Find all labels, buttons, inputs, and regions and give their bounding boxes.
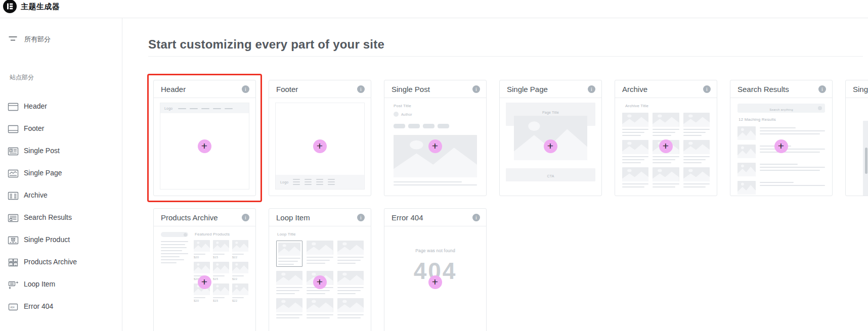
mock-product: $15 (213, 240, 229, 259)
single-product-icon (8, 235, 19, 245)
single-page-icon (8, 169, 19, 178)
image-placeholder (683, 167, 710, 181)
add-part-button[interactable]: + (198, 275, 211, 289)
preview-grid-item (337, 241, 364, 267)
image-placeholder (194, 240, 210, 252)
sidebar-item-footer[interactable]: Footer (0, 118, 122, 140)
template-card-search-results[interactable]: Search Results i Search anything 12 Mach… (730, 80, 833, 196)
info-icon[interactable]: i (472, 214, 480, 221)
svg-text:404: 404 (10, 306, 15, 309)
preview-grid-item (276, 271, 302, 294)
image-placeholder (307, 241, 333, 255)
template-card-single-page[interactable]: Single Page i Page Title CTA+ (499, 80, 602, 196)
card-title: Archive (622, 85, 647, 93)
card-header: Search Results i (730, 80, 832, 98)
add-part-button[interactable]: + (659, 139, 673, 153)
sidebar-item-search-results[interactable]: Search Results (0, 207, 122, 229)
preview-grid-item (622, 167, 648, 187)
image-placeholder (278, 243, 300, 256)
template-card-single-post[interactable]: Single Post i Post Title Author + (384, 80, 487, 196)
header-icon (8, 102, 19, 112)
add-part-button[interactable]: + (428, 275, 442, 289)
sidebar-item-products-archive[interactable]: Products Archive (0, 251, 122, 273)
sidebar-item-single-product[interactable]: Single Product (0, 229, 122, 251)
add-part-button[interactable]: + (774, 139, 788, 153)
card-title: Single Post (392, 85, 430, 93)
template-card-archive[interactable]: Archive i Archive Title + (615, 80, 717, 196)
card-preview: Logo + (154, 98, 255, 196)
mock-tags (394, 121, 477, 130)
template-card-single-partial[interactable]: Single i (845, 80, 868, 196)
image-placeholder (653, 113, 679, 127)
card-header: Error 404 i (384, 209, 486, 226)
image-placeholder (213, 262, 229, 273)
mock-menu-items (175, 104, 233, 113)
add-part-button[interactable]: + (198, 139, 211, 153)
card-header: Single Page i (500, 80, 601, 98)
sidebar-item-label: Loop Item (24, 280, 55, 288)
add-part-button[interactable]: + (313, 275, 327, 289)
sidebar-item-label: Header (24, 102, 47, 110)
card-preview (846, 98, 868, 196)
mock-archive-title: Archive Title (625, 104, 710, 108)
sidebar: 所有部分 站点部分 HeaderFooterASingle PostSingle… (0, 18, 122, 331)
card-header: Single i (846, 80, 868, 98)
add-part-button[interactable]: + (313, 139, 327, 153)
add-part-button[interactable]: + (544, 139, 557, 153)
sidebar-item-label: Archive (24, 191, 48, 199)
info-icon[interactable]: i (242, 85, 249, 93)
mock-logo-text: Logo (280, 180, 288, 184)
sidebar-item-archive[interactable]: Archive (0, 184, 122, 207)
info-icon[interactable]: i (703, 85, 711, 93)
template-card-error-404[interactable]: Error 404 i Page was not found 404+ (384, 208, 487, 331)
card-title: Footer (276, 85, 298, 93)
card-header: Footer i (269, 80, 371, 98)
template-card-loop-item[interactable]: Loop Item i Loop Title + (269, 208, 371, 331)
image-placeholder (622, 140, 648, 154)
card-header: Loop Item i (269, 209, 371, 226)
card-header: Header i (154, 80, 255, 98)
image-placeholder (337, 298, 364, 312)
mock-featured-title: Featured Products (195, 232, 248, 237)
mock-product: $22 (232, 240, 248, 259)
image-placeholder (683, 140, 710, 154)
image-placeholder (232, 240, 248, 252)
sidebar-item-label: Single Page (24, 169, 62, 177)
info-icon[interactable]: i (357, 214, 365, 221)
avatar (394, 112, 399, 117)
heading-divider (148, 56, 863, 57)
image-placeholder (737, 126, 756, 140)
sidebar-item-loop-item[interactable]: Loop Item (0, 273, 122, 296)
template-card-footer[interactable]: Footer i Logo + (269, 80, 371, 196)
card-header: Archive i (615, 80, 717, 98)
template-card-header[interactable]: Header i Logo + (153, 80, 256, 196)
card-preview: Search anything 12 Maching Results + (730, 98, 832, 196)
info-icon[interactable]: i (472, 85, 480, 93)
info-icon[interactable]: i (242, 214, 249, 221)
info-icon[interactable]: i (588, 85, 595, 93)
preview-grid-item (683, 140, 710, 163)
vertical-scrollbar[interactable] (865, 148, 867, 174)
info-icon[interactable]: i (818, 85, 826, 93)
mock-footer-columns (288, 177, 335, 187)
preview-grid-item (653, 167, 679, 187)
image-placeholder (514, 116, 587, 160)
card-preview: Archive Title + (615, 98, 717, 196)
sidebar-item-all-parts[interactable]: 所有部分 (0, 30, 122, 48)
sidebar-item-header[interactable]: Header (0, 96, 122, 118)
error-404-icon: 404 (8, 302, 19, 312)
sidebar-item-error-404[interactable]: 404Error 404 (0, 296, 122, 318)
info-icon[interactable]: i (357, 85, 365, 93)
template-card-products-archive[interactable]: Products Archive i Featured Products $20… (153, 208, 256, 331)
card-header: Products Archive i (154, 209, 255, 226)
footer-icon (8, 124, 19, 134)
card-preview: Post Title Author + (384, 98, 486, 196)
sidebar-item-single-post[interactable]: ASingle Post (0, 140, 122, 162)
image-placeholder (737, 163, 756, 176)
single-post-icon: A (8, 147, 19, 156)
image-placeholder (622, 167, 648, 181)
mock-product: $22 (232, 283, 248, 302)
sidebar-item-single-page[interactable]: Single Page (0, 162, 122, 184)
add-part-button[interactable]: + (428, 139, 442, 153)
preview-grid-item (276, 298, 302, 318)
